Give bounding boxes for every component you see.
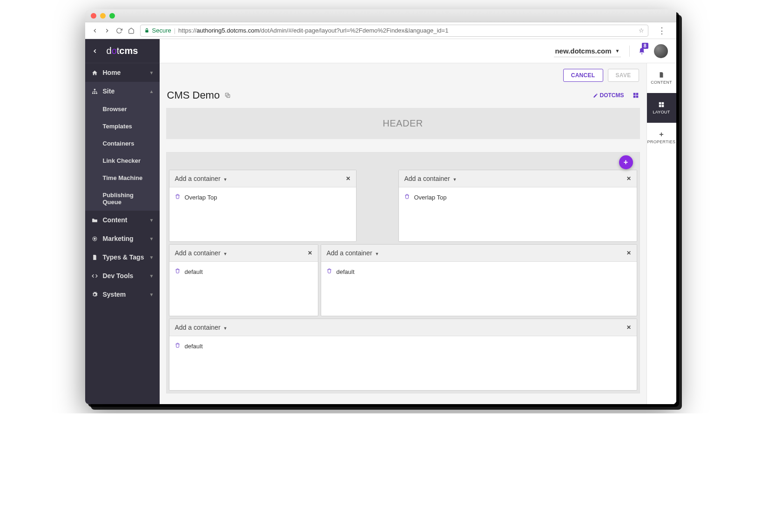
reload-icon[interactable]: [116, 27, 122, 34]
rail-item-label: CONTENT: [651, 80, 672, 85]
page-title: CMS Demo: [167, 89, 231, 101]
sidebar-item-containers[interactable]: Containers: [85, 135, 160, 152]
sidebar-item-label: Types & Tags: [103, 253, 144, 261]
save-button: SAVE: [608, 69, 639, 82]
cancel-button[interactable]: CANCEL: [563, 69, 603, 82]
add-container-dropdown[interactable]: Add a container▼: [175, 175, 228, 182]
sidebar-item-label: Home: [103, 69, 121, 76]
sidebar-item-label: Site: [103, 87, 115, 95]
chevron-down-icon: ▼: [149, 236, 154, 241]
layout-column: Add a container▼ ✕ Overlap Top: [398, 170, 637, 242]
brand-tag[interactable]: DOTCMS: [593, 92, 624, 99]
column-body: default: [169, 336, 637, 356]
trash-icon[interactable]: [175, 343, 180, 348]
chevron-down-icon: ▼: [149, 70, 154, 75]
window-controls: [91, 13, 115, 19]
sidebar-item-label: Content: [103, 216, 128, 224]
remove-column-icon[interactable]: ✕: [626, 175, 631, 182]
content-item: Overlap Top: [414, 194, 447, 201]
svg-rect-13: [659, 102, 661, 105]
svg-rect-0: [145, 30, 148, 33]
chevron-down-icon: ▼: [223, 326, 228, 331]
secure-label: Secure: [152, 27, 171, 34]
sidebar: dotcms Home ▼ Site ▲ Browser Templates C…: [85, 39, 160, 404]
remove-column-icon[interactable]: ✕: [626, 324, 631, 331]
sidebar-item-dev-tools[interactable]: Dev Tools ▼: [85, 266, 160, 285]
add-container-dropdown[interactable]: Add a container▼: [404, 175, 457, 182]
layout-row: Add a container▼ ✕ default: [169, 319, 637, 391]
add-container-dropdown[interactable]: Add a container▼: [327, 249, 379, 257]
svg-rect-1: [94, 89, 95, 90]
svg-rect-2: [92, 93, 94, 94]
minimize-window-icon[interactable]: [100, 13, 106, 19]
browser-menu-icon[interactable]: ⋮: [654, 26, 670, 36]
forward-icon[interactable]: [104, 27, 110, 34]
trash-icon[interactable]: [175, 194, 180, 199]
page-header: CMS Demo DOTCMS: [166, 87, 640, 108]
sidebar-back-icon[interactable]: [92, 48, 98, 54]
content-item: default: [337, 268, 355, 275]
svg-rect-3: [94, 93, 95, 94]
remove-column-icon[interactable]: ✕: [626, 250, 631, 256]
trash-icon[interactable]: [404, 194, 410, 199]
grid-icon: [658, 101, 665, 108]
column-header: Add a container▼ ✕: [169, 319, 637, 336]
svg-rect-16: [662, 105, 664, 107]
svg-rect-9: [633, 93, 635, 95]
chevron-down-icon: ▼: [615, 48, 620, 53]
sidebar-item-marketing[interactable]: Marketing ▼: [85, 229, 160, 248]
column-header: Add a container▼ ✕: [399, 170, 637, 187]
code-icon: [92, 273, 98, 279]
sidebar-item-system[interactable]: System ▼: [85, 285, 160, 304]
remove-column-icon[interactable]: ✕: [346, 175, 350, 182]
add-container-dropdown[interactable]: Add a container▼: [175, 249, 228, 257]
home-icon: [92, 70, 98, 76]
trash-icon[interactable]: [175, 268, 180, 273]
chevron-down-icon: ▼: [149, 292, 154, 297]
copy-icon[interactable]: [224, 92, 231, 99]
home-icon[interactable]: [128, 27, 135, 34]
rail-item-content[interactable]: CONTENT: [647, 63, 676, 93]
titlebar: [85, 9, 676, 22]
canvas: CANCEL SAVE CMS Demo: [160, 63, 647, 404]
column-body: default: [321, 262, 637, 282]
rail-item-properties[interactable]: PROPERTIES: [647, 123, 676, 153]
layout-area: + Add a container▼ ✕ Overlap Top: [166, 152, 640, 393]
maximize-window-icon[interactable]: [109, 13, 115, 19]
trash-icon[interactable]: [327, 268, 332, 273]
content-item: default: [185, 268, 203, 275]
url-bar[interactable]: Secure | https://authoring5.dotcms.com/d…: [140, 25, 648, 37]
sidebar-item-browser[interactable]: Browser: [85, 100, 160, 118]
header-section: HEADER: [166, 108, 640, 139]
back-icon[interactable]: [92, 27, 98, 34]
sidebar-item-site[interactable]: Site ▲: [85, 82, 160, 100]
user-avatar[interactable]: [654, 44, 668, 58]
app: dotcms Home ▼ Site ▲ Browser Templates C…: [85, 39, 676, 404]
sidebar-item-home[interactable]: Home ▼: [85, 63, 160, 82]
document-icon: [92, 254, 98, 260]
sidebar-item-time-machine[interactable]: Time Machine: [85, 169, 160, 186]
chevron-up-icon: ▲: [149, 89, 154, 94]
add-container-dropdown[interactable]: Add a container▼: [175, 324, 228, 331]
layout-grid-icon[interactable]: [633, 92, 639, 99]
add-row-button[interactable]: +: [619, 155, 633, 169]
sidebar-site-submenu: Browser Templates Containers Link Checke…: [85, 100, 160, 211]
sidebar-item-publishing-queue[interactable]: Publishing Queue: [85, 186, 160, 211]
sidebar-item-templates[interactable]: Templates: [85, 118, 160, 135]
sidebar-item-content[interactable]: Content ▼: [85, 211, 160, 229]
layout-column: Add a container▼ ✕ default: [169, 244, 318, 316]
sidebar-item-types-tags[interactable]: Types & Tags ▼: [85, 248, 160, 266]
browser-toolbar: Secure | https://authoring5.dotcms.com/d…: [85, 22, 676, 39]
site-selector[interactable]: new.dotcms.com ▼: [554, 45, 620, 57]
svg-rect-11: [633, 96, 635, 98]
column-body: default: [169, 262, 318, 282]
close-window-icon[interactable]: [91, 13, 96, 19]
svg-rect-12: [636, 96, 638, 98]
gear-icon: [92, 292, 98, 298]
rail-item-layout[interactable]: LAYOUT: [647, 93, 676, 123]
sidebar-item-link-checker[interactable]: Link Checker: [85, 152, 160, 169]
remove-column-icon[interactable]: ✕: [308, 250, 312, 256]
right-rail: CONTENT LAYOUT PROPERTIES: [647, 63, 676, 404]
notifications-icon[interactable]: 8: [638, 47, 646, 55]
bookmark-star-icon[interactable]: ☆: [639, 27, 644, 34]
